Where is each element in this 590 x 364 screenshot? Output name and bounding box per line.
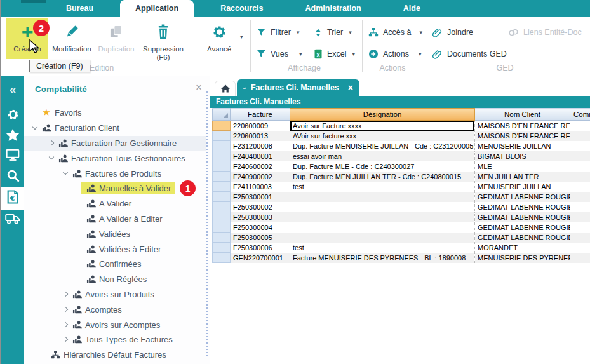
cell-comm[interactable]: [570, 141, 590, 151]
cell-designation[interactable]: [290, 202, 475, 212]
row-selector[interactable]: [213, 141, 231, 151]
cell-comm[interactable]: [570, 172, 590, 182]
cell-designation[interactable]: [290, 192, 475, 202]
nav-scrollbar[interactable]: [206, 91, 208, 358]
tree-item-avoirs-sur-produits[interactable]: Avoirs sur Produits: [24, 287, 206, 302]
cell-designation[interactable]: [290, 222, 475, 233]
column-header-designation[interactable]: Désignation: [290, 109, 475, 121]
row-selector[interactable]: [213, 172, 231, 182]
row-selector[interactable]: [213, 121, 231, 131]
cell-nom-client[interactable]: GEDIMAT LABENNE ROUGIER: [475, 222, 570, 233]
cell-comm[interactable]: [570, 161, 590, 172]
tree-item-favoris[interactable]: ★Favoris: [24, 105, 206, 121]
tree-item-factures-de-produits[interactable]: Factures de Produits: [24, 166, 206, 181]
cell-facture[interactable]: GEN220700001: [231, 253, 290, 263]
cell-facture[interactable]: F250300006: [231, 243, 290, 253]
vues-dropdown-icon[interactable]: ▾: [299, 51, 302, 57]
expander-down-icon[interactable]: [30, 123, 41, 133]
ribbon-tab-raccourcis[interactable]: Raccourcis: [205, 0, 278, 17]
filtrer-dropdown-icon[interactable]: ▾: [297, 29, 300, 36]
row-selector[interactable]: [213, 212, 231, 222]
cell-nom-client[interactable]: BIGMAT BLOIS: [475, 151, 570, 161]
grid-row[interactable]: F250300005GEDIMAT LABENNE ROUGIER: [213, 233, 590, 243]
row-selector[interactable]: [213, 182, 231, 192]
cell-nom-client[interactable]: GEDIMAT LABENNE ROUGIER: [475, 202, 570, 212]
cell-nom-client[interactable]: MAISONS D'EN FRANCE REN: [475, 121, 570, 131]
row-selector[interactable]: [213, 202, 231, 212]
cell-facture[interactable]: F231200008: [231, 141, 290, 151]
row-selector[interactable]: [213, 192, 231, 202]
select-all-corner[interactable]: [213, 109, 231, 121]
duplication-button[interactable]: Duplication: [95, 18, 137, 59]
expander-right-icon[interactable]: [61, 289, 71, 299]
cell-comm[interactable]: [570, 202, 590, 212]
cell-comm[interactable]: [570, 131, 590, 141]
tree-item-confirm-es[interactable]: Confirmées: [24, 257, 206, 272]
row-selector[interactable]: [213, 253, 231, 263]
grid-row[interactable]: F231200008Dup. Facture MENUISERIE JUILLA…: [213, 141, 590, 151]
tree-item-tous-types-de-factures[interactable]: Tous Types de Factures: [24, 332, 206, 347]
cell-nom-client[interactable]: MAISONS D'EN FRANCE REN: [475, 131, 570, 141]
grid-row[interactable]: F250300001GEDIMAT LABENNE ROUGIER: [213, 192, 590, 202]
cell-facture[interactable]: F250300003: [231, 212, 290, 222]
sidebar-item-search[interactable]: [1, 166, 24, 187]
tree-item-avoirs-sur-acomptes[interactable]: Avoirs sur Acomptes: [24, 317, 206, 332]
avance-dropdown-icon[interactable]: ▾: [240, 34, 243, 40]
tree-item-facturation-tous-gestionnaires[interactable]: Facturation Tous Gestionnaires: [24, 151, 206, 166]
suppression-button[interactable]: Suppression (F6): [141, 18, 185, 64]
row-selector[interactable]: [213, 243, 231, 253]
modification-button[interactable]: Modification: [51, 18, 93, 59]
cell-designation[interactable]: Dup. Facture MLE - Cde : C240300027: [290, 161, 475, 172]
tree-item-non-r-gl-es[interactable]: Non Réglées: [24, 272, 206, 287]
cell-nom-client[interactable]: MENUISERIE DES PYRENEES: [475, 253, 570, 263]
column-header-comm[interactable]: Comm: [570, 109, 590, 121]
cell-facture[interactable]: 220600009: [231, 121, 290, 131]
cell-designation[interactable]: Dup. Facture MENUISERIE JUILLAN - Cde : …: [290, 141, 475, 151]
sidebar-item-desktop[interactable]: [1, 146, 24, 166]
tree-item-a-valider[interactable]: A Valider: [24, 196, 206, 212]
cell-comm[interactable]: [570, 212, 590, 222]
cell-designation[interactable]: essai avoir man: [290, 151, 475, 161]
cell-designation[interactable]: Dup. Facture MEN JUILLAN TER - Cde : C24…: [290, 172, 475, 182]
ribbon-tab-administration[interactable]: Administration: [290, 0, 377, 17]
cell-nom-client[interactable]: GEDIMAT LABENNE ROUGIER: [475, 192, 570, 202]
grid-row[interactable]: 220600013AVoir sur facture xxxMAISONS D'…: [213, 131, 590, 141]
grid-row[interactable]: F240600002Dup. Facture MLE - Cde : C2403…: [213, 161, 590, 172]
cell-nom-client[interactable]: GEDIMAT LABENNE ROUGIER: [475, 233, 570, 243]
vues-button[interactable]: Vues ▾: [257, 46, 302, 62]
expander-right-icon[interactable]: [61, 335, 71, 345]
cell-comm[interactable]: [570, 243, 590, 253]
cell-comm[interactable]: [570, 121, 590, 131]
row-selector[interactable]: [213, 151, 231, 161]
ribbon-tab-bureau[interactable]: Bureau: [51, 0, 109, 17]
cell-designation[interactable]: Facture MENUISERIE DES PYRENEES - BL : 1…: [290, 253, 475, 263]
tree-item-a-valider-editer[interactable]: A Valider à Editer: [24, 212, 206, 227]
tree-item-facturation-client[interactable]: Facturation Client: [24, 121, 206, 136]
expander-right-icon[interactable]: [47, 138, 57, 148]
column-header-facture[interactable]: Facture: [231, 109, 290, 121]
row-selector[interactable]: [213, 233, 231, 243]
cell-nom-client[interactable]: MEN JUILLAN TER: [475, 172, 570, 182]
tree-item-manuelles-valider[interactable]: Manuelles à Valider1: [24, 181, 206, 196]
cell-comm[interactable]: [570, 253, 590, 263]
cell-facture[interactable]: 220600013: [231, 131, 290, 141]
grid-row[interactable]: GEN220700001Facture MENUISERIE DES PYREN…: [213, 253, 590, 263]
sidebar-item-invoices[interactable]: €: [1, 187, 24, 210]
home-tab[interactable]: [215, 81, 236, 96]
row-selector[interactable]: [213, 131, 231, 141]
cell-comm[interactable]: [570, 151, 590, 161]
expander-down-icon[interactable]: [61, 168, 71, 179]
sidebar-item-favorites[interactable]: [1, 126, 24, 146]
sidebar-item-settings[interactable]: [1, 105, 24, 126]
cell-facture[interactable]: F240900002: [231, 172, 290, 182]
cell-nom-client[interactable]: GEDIMAT LABENNE ROUGIER: [475, 212, 570, 222]
cell-comm[interactable]: [570, 233, 590, 243]
tree-item-facturation-par-gestionnaire[interactable]: Facturation Par Gestionnaire: [24, 136, 206, 151]
active-document-tab[interactable]: Factures Cli. Manuelles ×: [237, 79, 359, 96]
documents-ged-button[interactable]: Documents GED: [432, 46, 507, 62]
tree-item-hi-rarchies-d-faut-factures[interactable]: Hiérarchies Défaut Factures: [24, 347, 206, 363]
cell-facture[interactable]: F250300002: [231, 202, 290, 212]
liens-entite-doc-button[interactable]: Liens Entité-Doc: [508, 24, 582, 41]
row-selector[interactable]: [213, 161, 231, 172]
sidebar-item-collapse[interactable]: «: [1, 80, 24, 99]
